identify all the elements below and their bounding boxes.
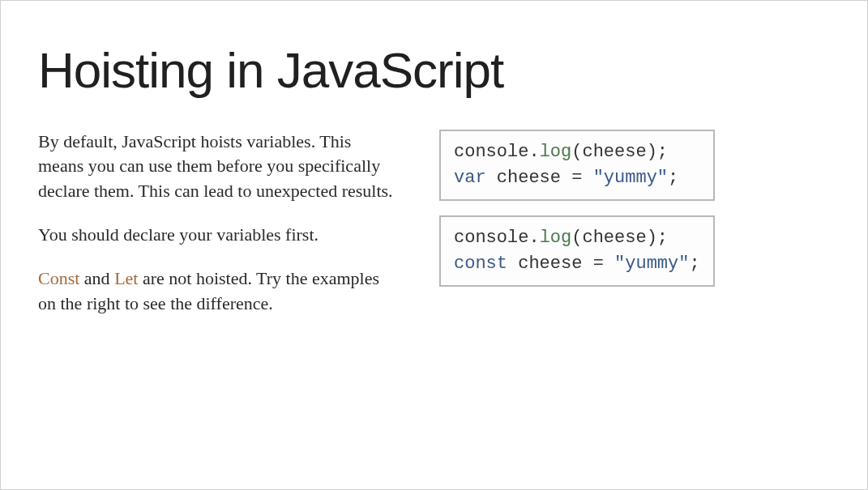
code-token: cheese bbox=[497, 168, 561, 188]
code-example-var: console.log(cheese); var cheese = "yummy… bbox=[439, 130, 715, 201]
text-and: and bbox=[79, 268, 114, 288]
code-token bbox=[507, 254, 518, 274]
code-token: console bbox=[454, 228, 528, 248]
code-token: ); bbox=[647, 228, 668, 248]
code-token: ); bbox=[647, 142, 668, 162]
paragraph-1: By default, JavaScript hoists variables.… bbox=[38, 130, 399, 203]
code-token: ; bbox=[689, 254, 699, 274]
code-token: console bbox=[454, 142, 528, 162]
text-column: By default, JavaScript hoists variables.… bbox=[38, 130, 399, 335]
code-token: log bbox=[540, 142, 572, 162]
code-token: "yummy" bbox=[593, 168, 668, 188]
code-token: ; bbox=[668, 168, 678, 188]
code-token: = bbox=[582, 254, 614, 274]
slide-title: Hoisting in JavaScript bbox=[38, 41, 830, 99]
code-token: cheese bbox=[518, 254, 582, 274]
paragraph-3: Const and Let are not hoisted. Try the e… bbox=[38, 266, 399, 316]
code-example-const: console.log(cheese); const cheese = "yum… bbox=[439, 215, 715, 287]
code-token: log bbox=[540, 228, 572, 248]
code-token: = bbox=[561, 168, 593, 188]
code-token: ( bbox=[571, 228, 582, 248]
code-token: "yummy" bbox=[614, 254, 689, 274]
code-token: cheese bbox=[582, 142, 646, 162]
code-token: . bbox=[528, 142, 539, 162]
code-token: var bbox=[454, 168, 486, 188]
code-column: console.log(cheese); var cheese = "yummy… bbox=[439, 130, 830, 335]
code-token: . bbox=[528, 228, 539, 248]
code-token: const bbox=[454, 254, 507, 274]
code-token: ( bbox=[571, 142, 582, 162]
paragraph-2: You should declare your variables first. bbox=[38, 223, 399, 247]
content-row: By default, JavaScript hoists variables.… bbox=[38, 130, 830, 335]
code-token: cheese bbox=[582, 228, 646, 248]
code-token bbox=[486, 168, 497, 188]
slide-container: Hoisting in JavaScript By default, JavaS… bbox=[1, 1, 867, 489]
keyword-const: Const bbox=[38, 268, 79, 288]
keyword-let: Let bbox=[114, 268, 138, 288]
